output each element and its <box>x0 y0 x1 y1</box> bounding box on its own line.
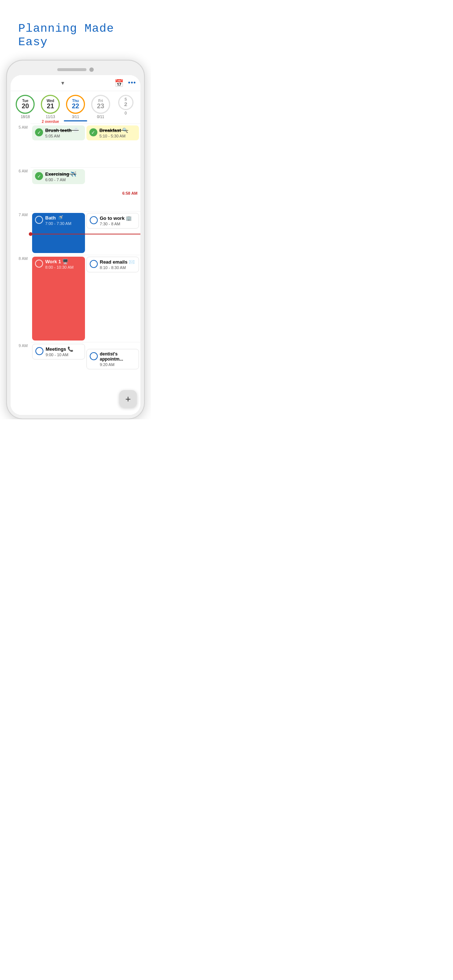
work1-check[interactable] <box>35 259 43 267</box>
phone-camera <box>89 67 94 72</box>
read-emails-title: Read emails ✉️ <box>100 259 135 265</box>
read-emails-check[interactable] <box>90 260 98 268</box>
current-time-line <box>30 232 140 236</box>
phone-pill <box>57 68 86 71</box>
brush-teeth-card[interactable]: ✓ Brush teeth 🦷 5:05 AM <box>32 126 85 140</box>
day-thu[interactable]: Thu 22 3/11 <box>64 95 88 124</box>
fab-button[interactable]: + <box>119 390 137 407</box>
breakfast-title: Breakfast 🔍 <box>100 127 128 133</box>
exercising-title: Exercising ✈️ <box>45 171 76 177</box>
day-sat[interactable]: S 2 0 <box>114 95 137 124</box>
meetings-title: Meetings 📞 <box>46 346 73 352</box>
breakfast-time: 5:10 - 5:30 AM <box>100 134 128 138</box>
brush-teeth-title: Brush teeth 🦷 <box>45 127 79 133</box>
work1-card[interactable]: Work 1 🖥️ 8:00 - 10:30 AM <box>32 257 85 340</box>
phone-notch <box>11 64 140 75</box>
app-header: ▾ 📅 ••• <box>11 75 140 91</box>
read-emails-time: 8:10 - 8:30 AM <box>100 266 135 270</box>
time-8am: 8 AM <box>11 255 30 342</box>
time-7am: 7 AM <box>11 211 30 255</box>
page-title: Planning Made Easy <box>0 0 151 60</box>
day-tue[interactable]: Tue 20 18/18 <box>13 95 37 124</box>
time-6am: 6 AM <box>11 167 30 211</box>
bath-check[interactable] <box>35 216 43 224</box>
brush-teeth-check[interactable]: ✓ <box>35 128 43 136</box>
exercising-check[interactable]: ✓ <box>35 172 43 180</box>
read-emails-card[interactable]: Read emails ✉️ 8:10 - 8:30 AM <box>86 257 139 272</box>
day-wed[interactable]: Wed 21 11/13 2 overdue <box>39 95 62 124</box>
bath-title: Bath 🚿 <box>45 215 72 221</box>
bath-time: 7:00 - 7:30 AM <box>45 221 72 226</box>
exercising-time: 6:00 - 7 AM <box>45 178 76 182</box>
phone-screen: ▾ 📅 ••• Tue 20 18/18 Wed 21 11/13 2 over… <box>11 75 140 415</box>
go-to-work-card[interactable]: Go to work 🏢 7:30 - 8 AM <box>86 213 139 229</box>
time-9am: 9 AM <box>11 342 30 386</box>
current-time-label: 6:58 AM <box>86 169 139 196</box>
dentist-card[interactable]: dentist's appointm... 9:20 AM <box>86 349 139 369</box>
dentist-check[interactable] <box>90 352 98 360</box>
go-to-work-title: Go to work 🏢 <box>100 215 132 221</box>
meetings-time: 9:00 - 10 AM <box>46 353 73 357</box>
exercising-card[interactable]: ✓ Exercising ✈️ 6:00 - 7 AM <box>32 169 85 184</box>
time-5am: 5 AM <box>11 124 30 167</box>
menu-icon[interactable]: ••• <box>128 79 136 87</box>
arrow-down: ▾ <box>15 78 110 88</box>
breakfast-check[interactable]: ✓ <box>89 128 97 136</box>
day-fri[interactable]: Fri 23 0/11 <box>89 95 112 124</box>
calendar-view: 5 AM ✓ Brush teeth 🦷 5:05 AM <box>11 124 140 415</box>
calendar-icon[interactable]: 📅 <box>115 79 124 88</box>
phone-mockup: ▾ 📅 ••• Tue 20 18/18 Wed 21 11/13 2 over… <box>6 60 145 419</box>
dentist-title: dentist's appointm... <box>100 352 136 362</box>
day-selector: Tue 20 18/18 Wed 21 11/13 2 overdue Thu … <box>11 91 140 124</box>
meetings-card[interactable]: Meetings 📞 9:00 - 10 AM <box>32 344 85 360</box>
work1-time: 8:00 - 10:30 AM <box>45 265 74 269</box>
brush-teeth-time: 5:05 AM <box>45 134 79 138</box>
dentist-time: 9:20 AM <box>100 363 136 367</box>
go-to-work-check[interactable] <box>90 216 98 224</box>
meetings-check[interactable] <box>35 347 43 355</box>
go-to-work-time: 7:30 - 8 AM <box>100 222 132 226</box>
breakfast-card[interactable]: ✓ Breakfast 🔍 5:10 - 5:30 AM <box>86 126 139 140</box>
work1-title: Work 1 🖥️ <box>45 259 74 264</box>
